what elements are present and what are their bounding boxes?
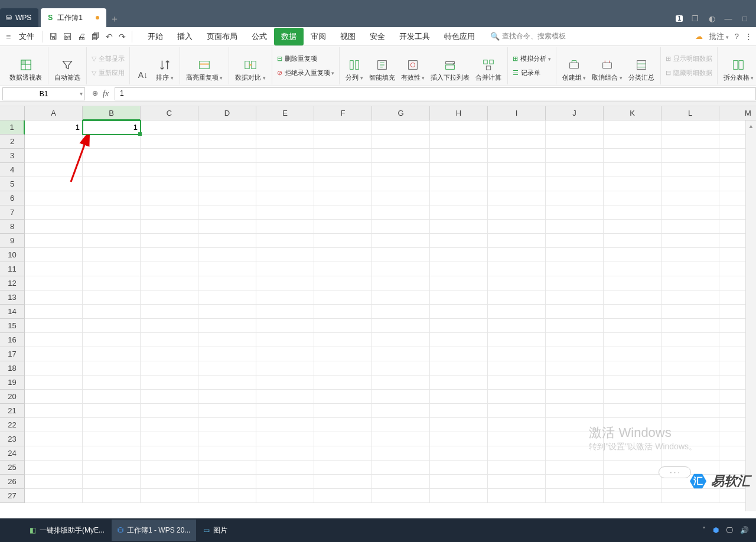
row-header-8[interactable]: 8	[0, 220, 25, 234]
cell-I18[interactable]	[488, 361, 546, 376]
cell-F16[interactable]	[314, 333, 372, 347]
cell-J26[interactable]	[546, 475, 604, 489]
cell-D15[interactable]	[198, 319, 256, 333]
row-header-21[interactable]: 21	[0, 404, 25, 418]
cell-K19[interactable]	[604, 376, 662, 390]
cell-G6[interactable]	[372, 191, 430, 205]
cell-G22[interactable]	[372, 418, 430, 432]
batch-comment-button[interactable]: 批注	[709, 31, 729, 42]
cell-I13[interactable]	[488, 290, 546, 305]
cell-F14[interactable]	[314, 305, 372, 319]
row-header-11[interactable]: 11	[0, 262, 25, 276]
cell-D3[interactable]	[198, 149, 256, 163]
cell-K14[interactable]	[604, 305, 662, 319]
menu-tab-1[interactable]: 插入	[170, 28, 200, 45]
taskbar-item-1[interactable]: ⛁ 工作簿1 - WPS 20...	[112, 520, 196, 541]
cell-C13[interactable]	[141, 290, 198, 305]
cell-A10[interactable]	[25, 248, 83, 262]
row-header-3[interactable]: 3	[0, 149, 25, 163]
tray-volume-icon[interactable]: 🔊	[740, 526, 749, 534]
cell-I12[interactable]	[488, 276, 546, 290]
cell-K27[interactable]	[604, 489, 662, 503]
menu-tab-0[interactable]: 开始	[141, 28, 170, 45]
menu-tab-2[interactable]: 页面布局	[200, 28, 245, 45]
cell-D27[interactable]	[198, 489, 256, 503]
cell-K3[interactable]	[604, 149, 662, 163]
cell-B9[interactable]	[83, 234, 141, 248]
column-header-E[interactable]: E	[256, 106, 314, 120]
row-header-23[interactable]: 23	[0, 432, 25, 446]
menu-tab-3[interactable]: 公式	[245, 28, 274, 45]
cell-E19[interactable]	[256, 376, 314, 390]
cell-C22[interactable]	[141, 418, 198, 432]
cell-G7[interactable]	[372, 205, 430, 220]
cell-D1[interactable]	[198, 120, 256, 135]
cell-E6[interactable]	[256, 191, 314, 205]
cell-J19[interactable]	[546, 376, 604, 390]
cell-A23[interactable]	[25, 432, 83, 446]
cell-L5[interactable]	[662, 177, 719, 191]
cell-E18[interactable]	[256, 361, 314, 376]
pivot-table-button[interactable]: 数据透视表	[9, 58, 42, 82]
cell-E21[interactable]	[256, 404, 314, 418]
cell-H2[interactable]	[430, 135, 488, 149]
column-header-D[interactable]: D	[198, 106, 256, 120]
cell-G25[interactable]	[372, 461, 430, 475]
row-header-18[interactable]: 18	[0, 361, 25, 376]
cell-G17[interactable]	[372, 347, 430, 361]
menu-tab-7[interactable]: 安全	[363, 28, 392, 45]
cell-J9[interactable]	[546, 234, 604, 248]
undo-icon[interactable]: ↶	[105, 31, 114, 43]
cell-E17[interactable]	[256, 347, 314, 361]
cell-E9[interactable]	[256, 234, 314, 248]
cell-I26[interactable]	[488, 475, 546, 489]
cell-I27[interactable]	[488, 489, 546, 503]
record-form-button[interactable]: ☰记录单	[513, 67, 551, 79]
print-icon[interactable]: 🖨	[76, 31, 87, 43]
cell-E25[interactable]	[256, 461, 314, 475]
cell-J13[interactable]	[546, 290, 604, 305]
cell-D20[interactable]	[198, 390, 256, 404]
highlight-duplicates-button[interactable]: 高亮重复项	[186, 58, 223, 82]
cell-H24[interactable]	[430, 446, 488, 461]
cell-H1[interactable]	[430, 120, 488, 135]
cell-B26[interactable]	[83, 475, 141, 489]
tray-display-icon[interactable]: 🖵	[726, 526, 733, 534]
cell-F25[interactable]	[314, 461, 372, 475]
cell-L7[interactable]	[662, 205, 719, 220]
column-header-J[interactable]: J	[546, 106, 604, 120]
cell-C4[interactable]	[141, 163, 198, 177]
cell-C17[interactable]	[141, 347, 198, 361]
spreadsheet-grid[interactable]: ABCDEFGHIJKLM 12345678910111213141516171…	[0, 106, 756, 511]
cell-H25[interactable]	[430, 461, 488, 475]
cell-H20[interactable]	[430, 390, 488, 404]
cell-H10[interactable]	[430, 248, 488, 262]
cell-C20[interactable]	[141, 390, 198, 404]
cell-F15[interactable]	[314, 319, 372, 333]
cell-B16[interactable]	[83, 333, 141, 347]
cell-F5[interactable]	[314, 177, 372, 191]
cell-A12[interactable]	[25, 276, 83, 290]
cell-I8[interactable]	[488, 220, 546, 234]
cell-I17[interactable]	[488, 347, 546, 361]
cell-C5[interactable]	[141, 177, 198, 191]
windows-taskbar[interactable]: ◧ 一键排版助手(MyE... ⛁ 工作簿1 - WPS 20... ▭ 图片 …	[0, 518, 756, 542]
cell-D16[interactable]	[198, 333, 256, 347]
cell-K5[interactable]	[604, 177, 662, 191]
cell-F1[interactable]	[314, 120, 372, 135]
row-header-27[interactable]: 27	[0, 489, 25, 503]
row-header-20[interactable]: 20	[0, 390, 25, 404]
cell-C14[interactable]	[141, 305, 198, 319]
cell-A22[interactable]	[25, 418, 83, 432]
cell-E23[interactable]	[256, 432, 314, 446]
appearance-icon[interactable]: ❐	[691, 14, 699, 22]
cell-I2[interactable]	[488, 135, 546, 149]
cell-H21[interactable]	[430, 404, 488, 418]
cell-H7[interactable]	[430, 205, 488, 220]
ungroup-button[interactable]: 取消组合	[592, 58, 623, 82]
cell-G24[interactable]	[372, 446, 430, 461]
cell-G26[interactable]	[372, 475, 430, 489]
help-button[interactable]: ?	[735, 32, 739, 41]
cell-I20[interactable]	[488, 390, 546, 404]
cell-J27[interactable]	[546, 489, 604, 503]
